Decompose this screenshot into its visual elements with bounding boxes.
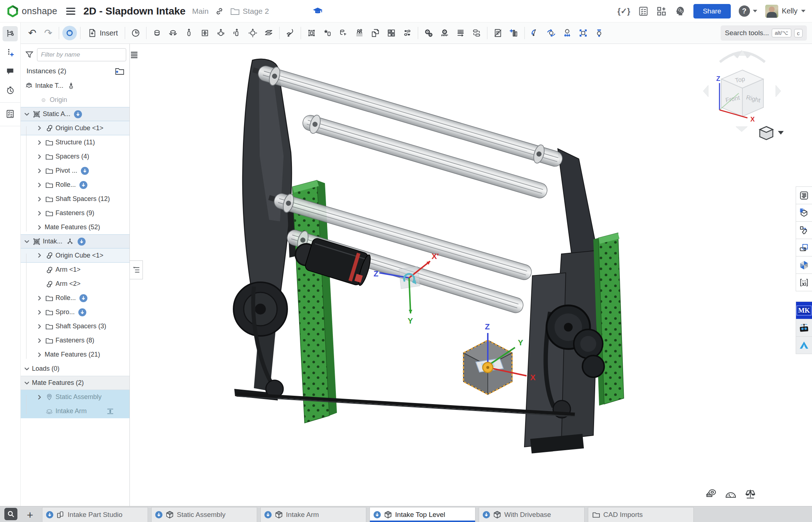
chevron-right-icon[interactable] — [35, 324, 44, 329]
view-options-menu[interactable] — [760, 127, 784, 140]
chevron-right-icon[interactable] — [35, 210, 44, 216]
avatar[interactable] — [765, 5, 778, 18]
chevron-right-icon[interactable] — [35, 338, 44, 344]
tab-static-assembly[interactable]: Static Assembly — [151, 507, 257, 522]
drawing-icon[interactable] — [490, 25, 506, 41]
belt-relation-icon[interactable] — [469, 25, 485, 41]
user-menu[interactable]: Kelly — [765, 5, 805, 18]
view-cube-arrow-left[interactable] — [703, 85, 708, 97]
view-cube-body[interactable]: Top Front Right — [721, 70, 763, 116]
feature-list-icon[interactable] — [796, 186, 812, 204]
bom-list-icon[interactable] — [3, 106, 18, 122]
revolute-sim-icon[interactable] — [543, 25, 559, 41]
tree-row-mate-features-52[interactable]: Mate Features (52) — [21, 220, 129, 234]
view-cube[interactable]: Top Front Right Z X — [699, 48, 786, 142]
rack-relation-icon[interactable] — [453, 25, 469, 41]
contact-sim-icon[interactable] — [575, 25, 591, 41]
tab-with-drivebase[interactable]: With Drivebase — [479, 507, 585, 522]
update-available-icon[interactable] — [81, 167, 89, 175]
ball-mate-icon[interactable] — [213, 25, 229, 41]
tree-row-origin[interactable]: Origin — [21, 93, 129, 107]
comments-icon[interactable] — [3, 64, 18, 79]
pattern-circular-icon[interactable] — [399, 25, 415, 41]
bottom-shaft[interactable] — [236, 394, 575, 416]
tree-row-fasteners-9[interactable]: Fasteners (9) — [21, 206, 129, 220]
tab-intake-arm[interactable]: Intake Arm — [260, 507, 366, 522]
origin-cube[interactable]: Z Y X — [463, 322, 536, 394]
pin-slot-mate-icon[interactable] — [245, 25, 261, 41]
configurations-icon[interactable] — [796, 204, 812, 222]
cad-app-icon[interactable] — [796, 336, 812, 354]
pattern-linear-icon[interactable] — [383, 25, 399, 41]
chevron-down-icon[interactable] — [22, 366, 31, 372]
filter-input[interactable] — [37, 48, 126, 61]
origin-marker-icon[interactable] — [67, 82, 75, 90]
bom-icon[interactable] — [506, 25, 522, 41]
tree-row-arm-1[interactable]: Arm <1> — [21, 263, 129, 277]
fasten-mate-icon[interactable] — [149, 25, 165, 41]
undo-icon[interactable]: ↶ — [24, 25, 40, 41]
history-icon[interactable] — [3, 83, 18, 98]
redo-icon[interactable]: ↷ — [40, 25, 56, 41]
share-button[interactable]: Share — [693, 4, 731, 19]
chevron-right-icon[interactable] — [35, 182, 44, 188]
custom-feature-icon[interactable] — [796, 274, 812, 291]
tree-row-intake-t[interactable]: Intake T... — [21, 79, 129, 93]
tree-row-spacers-4[interactable]: Spacers (4) — [21, 149, 129, 164]
tab-intake-top-level[interactable]: Intake Top Level — [370, 507, 475, 522]
assembly-structure-icon[interactable] — [3, 26, 18, 41]
add-instance-icon[interactable] — [3, 45, 18, 60]
tree-row-origin-cube-1[interactable]: Origin Cube <1> — [21, 248, 129, 263]
gravity-sim-icon[interactable] — [559, 25, 575, 41]
parallel-mate-icon[interactable] — [261, 25, 277, 41]
update-available-icon[interactable] — [78, 308, 86, 316]
chevron-right-icon[interactable] — [35, 154, 44, 160]
branch-label[interactable]: Main — [192, 7, 209, 16]
tree-row-static-a[interactable]: Static A... — [21, 107, 129, 121]
gear-rack-icon[interactable] — [437, 25, 453, 41]
list-view-icon[interactable] — [129, 50, 139, 59]
tree-row-static-assembly[interactable]: Static Assembly — [21, 390, 129, 404]
add-folder-icon[interactable] — [115, 67, 124, 75]
tab-intake-part-studio[interactable]: Intake Part Studio — [42, 507, 148, 522]
insert-icon[interactable]: Insert — [83, 25, 122, 41]
workspace-label[interactable]: Stage 2 — [243, 7, 269, 16]
dev-tools-icon[interactable]: {✓} — [617, 7, 630, 16]
chevron-right-icon[interactable] — [35, 295, 44, 301]
apps-icon[interactable] — [656, 6, 667, 16]
cylindrical-mate-icon[interactable] — [229, 25, 245, 41]
add-tab-button[interactable]: + — [27, 510, 33, 521]
learning-center-icon[interactable] — [313, 7, 323, 16]
tree-row-shaft-spacers-12[interactable]: Shaft Spacers (12) — [21, 192, 129, 206]
named-positions-icon[interactable] — [128, 25, 144, 41]
mkcad-app-icon[interactable]: MK — [796, 301, 812, 319]
menu-icon[interactable] — [66, 7, 75, 15]
release-tasks-icon[interactable] — [638, 6, 648, 16]
tab-cad-imports[interactable]: CAD Imports — [588, 507, 694, 522]
document-search-button[interactable] — [4, 508, 17, 520]
pin-sim-icon[interactable] — [591, 25, 607, 41]
view-cube-rotate-cw[interactable] — [745, 53, 765, 62]
gear-relation-icon[interactable] — [421, 25, 437, 41]
chevron-right-icon[interactable] — [35, 140, 44, 145]
tree-row-rolle[interactable]: Rolle... — [21, 178, 129, 192]
copy-instances-icon[interactable] — [367, 25, 383, 41]
planar-mate-icon[interactable] — [197, 25, 213, 41]
tree-row-intak[interactable]: Intak... — [21, 234, 129, 248]
filter-icon[interactable] — [25, 50, 34, 59]
derived-icon[interactable] — [796, 221, 812, 239]
replace-instance-icon[interactable] — [335, 25, 351, 41]
chevron-right-icon[interactable] — [35, 168, 44, 174]
left-frame[interactable] — [234, 59, 300, 400]
update-available-icon[interactable] — [74, 110, 82, 118]
chevron-right-icon[interactable] — [35, 394, 44, 400]
tree-row-rolle[interactable]: Rolle... — [21, 291, 129, 305]
chevron-right-icon[interactable] — [35, 225, 44, 230]
help-icon[interactable]: ? — [739, 5, 750, 17]
tree-row-mate-features-21[interactable]: Mate Features (21) — [21, 348, 129, 362]
tree-row-structure-11[interactable]: Structure (11) — [21, 135, 129, 149]
chevron-down-icon[interactable] — [22, 239, 31, 244]
graphics-area[interactable]: Z Y X' Z Y X — [130, 44, 796, 506]
tree-row-spro[interactable]: Spro... — [21, 305, 129, 319]
rotate-view-icon[interactable] — [62, 25, 78, 41]
